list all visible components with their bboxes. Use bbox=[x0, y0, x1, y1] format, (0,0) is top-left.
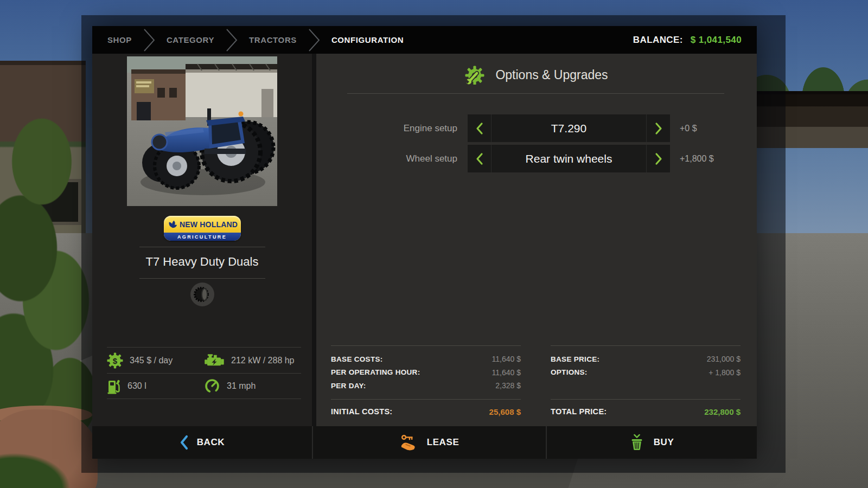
lease-hand-key-icon bbox=[400, 434, 418, 451]
grass bbox=[0, 453, 71, 488]
options-price-row: OPTIONS: + 1,800 $ bbox=[551, 366, 741, 380]
svg-text:$: $ bbox=[113, 356, 118, 365]
buy-basket-icon bbox=[629, 434, 645, 451]
engine-next-button[interactable] bbox=[646, 114, 670, 142]
price-summary: BASE PRICE: 231,000 $ OPTIONS: + 1,800 $… bbox=[551, 345, 741, 423]
back-button[interactable]: BACK bbox=[92, 426, 312, 459]
wheel-setup-value: Rear twin wheels bbox=[492, 145, 646, 172]
chevron-right-icon bbox=[225, 28, 238, 52]
chevron-right-icon bbox=[308, 28, 321, 52]
base-costs-label: BASE COSTS: bbox=[331, 355, 383, 363]
chevron-right-icon bbox=[655, 152, 662, 165]
per-day-value: 2,328 $ bbox=[495, 381, 521, 390]
engine-prev-button[interactable] bbox=[468, 114, 492, 142]
balance: BALANCE: $ 1,041,540 bbox=[633, 35, 742, 46]
chevron-right-icon bbox=[655, 122, 662, 135]
lease-button-label: LEASE bbox=[427, 437, 459, 448]
panel-divider bbox=[312, 54, 316, 426]
back-button-label: BACK bbox=[197, 437, 225, 448]
buy-button[interactable]: BUY bbox=[547, 426, 756, 459]
wheel-prev-button[interactable] bbox=[468, 145, 492, 172]
brand-name: NEW HOLLAND bbox=[180, 220, 238, 229]
stat-power-value: 212 kW / 288 hp bbox=[231, 356, 295, 365]
base-costs-value: 11,640 $ bbox=[492, 355, 521, 363]
vehicle-image bbox=[127, 56, 277, 206]
total-price-row: TOTAL PRICE: 232,800 $ bbox=[551, 400, 741, 423]
chevron-right-icon bbox=[143, 28, 156, 52]
base-costs-row: BASE COSTS: 11,640 $ bbox=[331, 352, 521, 366]
base-price-value: 231,000 $ bbox=[707, 355, 741, 363]
engine-power-icon bbox=[204, 353, 225, 368]
options-header: Options & Upgrades bbox=[316, 65, 757, 85]
vehicle-stats: $ 345 $ / day bbox=[107, 347, 301, 399]
options-price-label: OPTIONS: bbox=[551, 368, 588, 376]
maintenance-cost-icon: $ bbox=[107, 352, 123, 369]
engine-setup-value: T7.290 bbox=[492, 114, 646, 142]
base-price-row: BASE PRICE: 231,000 $ bbox=[551, 352, 741, 366]
breadcrumb: SHOP CATEGORY TRACTORS CONFIGURATION BAL… bbox=[92, 26, 757, 54]
total-price-value: 232,800 $ bbox=[704, 407, 741, 416]
options-panel: Options & Upgrades Engine setup T7.290 bbox=[316, 54, 757, 426]
fuel-capacity-icon bbox=[107, 378, 121, 394]
buy-button-label: BUY bbox=[654, 437, 674, 448]
balance-value: $ 1,041,540 bbox=[691, 35, 742, 46]
shop-configuration-dialog: SHOP CATEGORY TRACTORS CONFIGURATION BAL… bbox=[92, 26, 757, 459]
stat-speed: 31 mph bbox=[204, 378, 301, 394]
separator bbox=[347, 93, 724, 94]
config-row-engine: Engine setup T7.290 +0 $ bbox=[316, 114, 757, 142]
stat-maintenance: $ 345 $ / day bbox=[107, 352, 204, 369]
stat-fuel: 630 l bbox=[107, 378, 204, 394]
wheel-setup-price: +1,800 $ bbox=[680, 154, 714, 164]
stat-power: 212 kW / 288 hp bbox=[204, 353, 301, 368]
wheel-next-button[interactable] bbox=[646, 145, 670, 172]
separator bbox=[139, 278, 265, 279]
brand-logo: NEW HOLLAND AGRICULTURE bbox=[164, 216, 241, 241]
balance-label: BALANCE: bbox=[633, 35, 683, 46]
initial-costs-row: INITIAL COSTS: 25,608 $ bbox=[331, 400, 521, 423]
brand-leaf-icon bbox=[167, 219, 177, 230]
per-day-label: PER DAY: bbox=[331, 382, 366, 390]
initial-costs-value: 25,608 $ bbox=[489, 407, 521, 416]
options-price-value: + 1,800 $ bbox=[709, 368, 741, 377]
per-operating-hour-value: 11,640 $ bbox=[492, 368, 521, 377]
back-arrow-icon bbox=[180, 435, 188, 450]
lease-button[interactable]: LEASE bbox=[313, 426, 546, 459]
max-speed-icon bbox=[204, 378, 220, 394]
tire-config-icon bbox=[190, 282, 214, 306]
engine-setup-label: Engine setup bbox=[316, 123, 457, 134]
vehicle-info-panel: NEW HOLLAND AGRICULTURE T7 Heavy Duty Du… bbox=[92, 54, 312, 426]
breadcrumb-item-category[interactable]: CATEGORY bbox=[167, 35, 214, 44]
breadcrumb-item-tractors[interactable]: TRACTORS bbox=[249, 35, 297, 44]
config-row-wheel: Wheel setup Rear twin wheels +1,800 $ bbox=[316, 145, 757, 172]
costs-summary: BASE COSTS: 11,640 $ PER OPERATING HOUR:… bbox=[331, 345, 521, 423]
per-operating-hour-label: PER OPERATING HOUR: bbox=[331, 368, 420, 376]
per-day-row: PER DAY: 2,328 $ bbox=[331, 379, 521, 393]
chevron-left-icon bbox=[476, 152, 483, 165]
engine-setup-price: +0 $ bbox=[680, 124, 697, 133]
gear-wrench-icon bbox=[465, 65, 484, 85]
brand-subtitle: AGRICULTURE bbox=[177, 234, 227, 240]
vehicle-title: T7 Heavy Duty Duals bbox=[92, 255, 312, 269]
stat-fuel-value: 630 l bbox=[127, 381, 146, 391]
stat-speed-value: 31 mph bbox=[227, 381, 256, 391]
total-price-label: TOTAL PRICE: bbox=[551, 407, 607, 416]
stat-maintenance-value: 345 $ / day bbox=[130, 356, 173, 365]
options-title: Options & Upgrades bbox=[495, 68, 608, 82]
breadcrumb-item-configuration: CONFIGURATION bbox=[331, 35, 404, 44]
engine-setup-selector: T7.290 bbox=[468, 114, 670, 142]
initial-costs-label: INITIAL COSTS: bbox=[331, 407, 393, 416]
per-operating-hour-row: PER OPERATING HOUR: 11,640 $ bbox=[331, 366, 521, 380]
base-price-label: BASE PRICE: bbox=[551, 355, 599, 363]
wheel-setup-selector: Rear twin wheels bbox=[468, 145, 670, 172]
separator bbox=[139, 247, 265, 247]
breadcrumb-item-shop[interactable]: SHOP bbox=[107, 35, 132, 44]
footer-bar: BACK LEASE BUY bbox=[92, 426, 757, 459]
wheel-setup-label: Wheel setup bbox=[316, 153, 457, 164]
chevron-left-icon bbox=[476, 122, 483, 135]
